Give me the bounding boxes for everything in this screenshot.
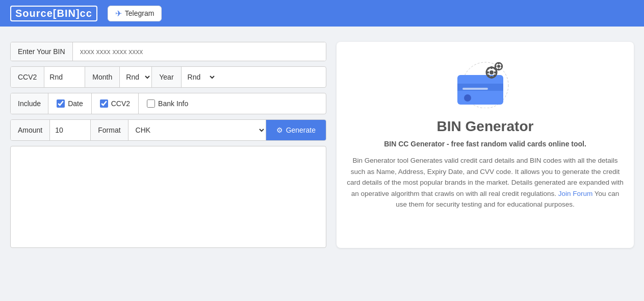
svg-rect-17 bbox=[498, 62, 499, 64]
month-container: Rnd 010203 040506 070809 101112 bbox=[120, 67, 152, 87]
right-panel: BIN Generator BIN CC Generator - free fa… bbox=[337, 42, 634, 248]
amount-input[interactable] bbox=[50, 120, 91, 140]
svg-rect-7 bbox=[491, 66, 493, 69]
ccv2-checkbox[interactable] bbox=[100, 99, 108, 108]
bank-info-checkbox[interactable] bbox=[147, 99, 155, 108]
card-illustration bbox=[450, 57, 521, 108]
generate-label: Generate bbox=[286, 126, 316, 134]
join-forum-link[interactable]: Join Forum bbox=[558, 190, 593, 197]
include-label: Include bbox=[11, 93, 48, 114]
telegram-button[interactable]: ✈ Telegram bbox=[108, 6, 162, 21]
bank-info-checkbox-group: Bank Info bbox=[139, 93, 196, 114]
month-select[interactable]: Rnd 010203 040506 070809 101112 bbox=[120, 67, 151, 87]
date-checkbox-group: Date bbox=[48, 93, 92, 114]
gear-icon: ⚙ bbox=[276, 126, 283, 134]
bin-label: Enter Your BIN bbox=[11, 42, 73, 61]
svg-rect-8 bbox=[491, 76, 493, 79]
main-content: Enter Your BIN CCV2 Month Rnd 010203 040… bbox=[0, 27, 644, 263]
telegram-label: Telegram bbox=[125, 9, 154, 17]
svg-rect-10 bbox=[494, 71, 497, 73]
svg-rect-19 bbox=[495, 66, 497, 67]
format-label: Format bbox=[91, 120, 128, 140]
generate-button[interactable]: ⚙ Generate bbox=[266, 120, 326, 140]
ccv2-checkbox-group: CCV2 bbox=[92, 93, 139, 114]
svg-rect-20 bbox=[501, 66, 503, 67]
svg-point-6 bbox=[490, 70, 494, 74]
output-area bbox=[10, 146, 326, 248]
amount-label: Amount bbox=[11, 120, 50, 140]
bank-info-label[interactable]: Bank Info bbox=[158, 99, 188, 108]
format-select[interactable]: CHK CSV JSON PIPE bbox=[128, 120, 266, 140]
date-label[interactable]: Date bbox=[68, 99, 83, 108]
bin-generator-description: Bin Generator tool Generates valid credi… bbox=[347, 155, 624, 210]
logo: Source[BIN]cc bbox=[10, 6, 97, 21]
generate-row: Amount Format CHK CSV JSON PIPE ⚙ Genera… bbox=[10, 119, 326, 141]
include-row: Include Date CCV2 Bank Info bbox=[10, 93, 326, 114]
left-panel: Enter Your BIN CCV2 Month Rnd 010203 040… bbox=[10, 42, 326, 248]
ccv2-include-label[interactable]: CCV2 bbox=[111, 99, 130, 108]
ccv2-label: CCV2 bbox=[11, 67, 44, 87]
svg-rect-9 bbox=[486, 71, 489, 73]
header: Source[BIN]cc ✈ Telegram bbox=[0, 0, 644, 27]
year-label: Year bbox=[152, 67, 181, 87]
year-container: Rnd 202420252026 2027202820292030 bbox=[182, 67, 216, 87]
svg-rect-3 bbox=[462, 88, 488, 90]
month-label: Month bbox=[85, 67, 120, 87]
options-row: CCV2 Month Rnd 010203 040506 070809 1011… bbox=[10, 66, 326, 88]
bin-generator-subtitle: BIN CC Generator - free fast random vali… bbox=[384, 140, 586, 148]
bin-generator-title: BIN Generator bbox=[437, 118, 534, 135]
bin-row: Enter Your BIN bbox=[10, 42, 326, 61]
card-svg bbox=[450, 57, 521, 108]
bin-input[interactable] bbox=[73, 42, 326, 61]
svg-point-4 bbox=[464, 94, 471, 102]
svg-point-16 bbox=[497, 65, 500, 68]
svg-rect-18 bbox=[498, 68, 499, 70]
year-select[interactable]: Rnd 202420252026 2027202820292030 bbox=[182, 67, 216, 87]
telegram-icon: ✈ bbox=[115, 9, 122, 18]
ccv2-input[interactable] bbox=[44, 67, 85, 87]
date-checkbox[interactable] bbox=[57, 99, 65, 108]
